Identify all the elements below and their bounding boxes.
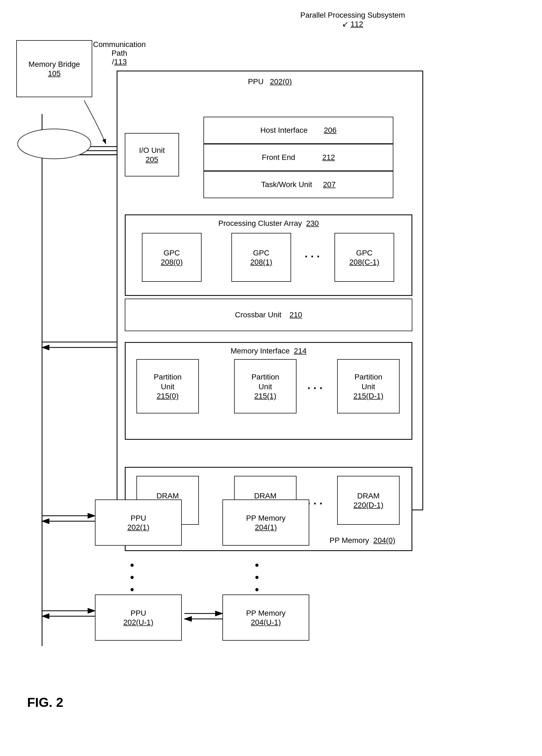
gpc0-box: GPC 208(0) bbox=[142, 233, 202, 282]
dramN-label: DRAM bbox=[357, 491, 379, 501]
io-unit-box: I/O Unit 205 bbox=[125, 133, 179, 176]
mem-iface-box: Memory Interface 214 PartitionUnit 215(0… bbox=[125, 342, 412, 440]
pp-mem0-label: PP Memory 204(0) bbox=[329, 536, 395, 545]
pp-memU-box: PP Memory 204(U-1) bbox=[223, 594, 309, 641]
memory-bridge-box: Memory Bridge 105 bbox=[16, 40, 92, 97]
host-interface-box: Host Interface 206 bbox=[204, 117, 393, 144]
ppuU-num: 202(U-1) bbox=[124, 618, 153, 627]
partN-label: PartitionUnit bbox=[354, 372, 382, 392]
part1-box: PartitionUnit 215(1) bbox=[234, 359, 296, 413]
svg-point-29 bbox=[18, 129, 91, 159]
part0-num: 215(0) bbox=[157, 392, 179, 400]
vertical-dots-2: ••• bbox=[255, 559, 260, 596]
front-end-label: Front End bbox=[262, 153, 295, 162]
front-end-num: 212 bbox=[322, 153, 335, 162]
dramN-box: DRAM 220(D-1) bbox=[337, 476, 399, 525]
gpcN-num: 208(C-1) bbox=[349, 258, 379, 267]
ppu1-num: 202(1) bbox=[128, 523, 150, 532]
gpc-dots: · · · bbox=[304, 251, 320, 263]
gpc0-label: GPC bbox=[164, 248, 180, 258]
ppuU-box: PPU 202(U-1) bbox=[95, 594, 182, 641]
partN-num: 215(D-1) bbox=[353, 392, 383, 400]
part0-label: PartitionUnit bbox=[154, 372, 182, 392]
pp-mem1-label: PP Memory bbox=[246, 513, 285, 523]
part1-label: PartitionUnit bbox=[252, 372, 279, 392]
partN-box: PartitionUnit 215(D-1) bbox=[337, 359, 399, 413]
pp-mem1-num: 204(1) bbox=[255, 523, 277, 532]
task-work-box: Task/Work Unit 207 bbox=[204, 171, 393, 198]
crossbar-num: 210 bbox=[289, 311, 302, 319]
pp-memU-label: PP Memory bbox=[246, 608, 285, 618]
part0-box: PartitionUnit 215(0) bbox=[137, 359, 199, 413]
ppu-outer-label: PPU 202(0) bbox=[248, 77, 292, 87]
task-work-num: 207 bbox=[323, 180, 336, 189]
host-interface-num: 206 bbox=[324, 126, 337, 135]
dramN-num: 220(D-1) bbox=[353, 501, 383, 510]
gpc1-box: GPC 208(1) bbox=[232, 233, 291, 282]
ppu-subsystem-label: Parallel Processing Subsystem ↙ 112 bbox=[298, 11, 407, 29]
io-unit-num: 205 bbox=[146, 155, 159, 164]
host-interface-label: Host Interface bbox=[260, 125, 307, 135]
crossbar-box: Crossbar Unit 210 bbox=[125, 299, 412, 331]
gpcN-label: GPC bbox=[356, 248, 373, 258]
ppu1-box: PPU 202(1) bbox=[95, 499, 182, 546]
figure-label: FIG. 2 bbox=[27, 695, 63, 710]
memory-bridge-num: 105 bbox=[48, 69, 61, 78]
part-dots: · · · bbox=[307, 382, 322, 394]
part1-num: 215(1) bbox=[255, 392, 276, 400]
memory-bridge-label: Memory Bridge bbox=[29, 59, 80, 69]
crossbar-label: Crossbar Unit bbox=[235, 310, 281, 320]
gpc1-label: GPC bbox=[253, 248, 270, 258]
pp-mem1-box: PP Memory 204(1) bbox=[223, 499, 309, 546]
dram-dots: · · · bbox=[307, 498, 322, 510]
io-unit-label: I/O Unit bbox=[139, 145, 165, 155]
diagram: Memory Bridge 105 Communication Path /11… bbox=[0, 0, 542, 756]
front-end-box: Front End 212 bbox=[204, 144, 393, 171]
pca-box: Processing Cluster Array 230 GPC 208(0) … bbox=[125, 214, 412, 296]
task-work-label: Task/Work Unit bbox=[261, 180, 312, 189]
gpc0-num: 208(0) bbox=[161, 258, 183, 267]
ppu1-label: PPU bbox=[131, 513, 146, 523]
vertical-dots-1: ••• bbox=[130, 559, 135, 596]
comm-path-label: Communication Path /113 bbox=[87, 40, 152, 66]
bus-ellipse bbox=[16, 128, 92, 160]
gpc1-num: 208(1) bbox=[251, 258, 272, 267]
ppuU-label: PPU bbox=[131, 608, 146, 618]
pp-memU-num: 204(U-1) bbox=[251, 618, 281, 627]
gpcN-box: GPC 208(C-1) bbox=[334, 233, 394, 282]
